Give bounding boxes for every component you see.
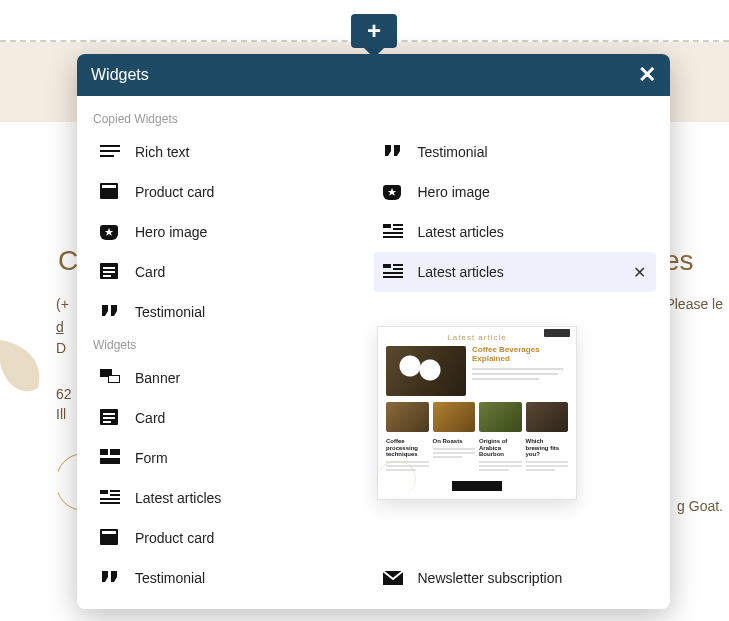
copied-item-card[interactable]: Card — [91, 252, 374, 292]
widget-item-label: Product card — [135, 530, 214, 546]
widget-item-card[interactable]: Card — [91, 398, 374, 438]
form-icon — [99, 449, 121, 467]
preview-card: Origins of Arabica Bourbon — [479, 438, 522, 473]
preview-card: On Roasts — [433, 438, 476, 473]
copied-item-product-card[interactable]: Product card — [91, 172, 374, 212]
copied-item-latest-articles[interactable]: Latest articles — [374, 212, 657, 252]
modal-header: Widgets ✕ — [77, 54, 670, 96]
widget-item-newsletter-subscription[interactable]: Newsletter subscription — [374, 558, 657, 598]
card-icon — [99, 263, 121, 281]
widget-item-product-card[interactable]: Product card — [91, 518, 374, 558]
preview-header: Latest article — [386, 333, 568, 342]
widget-item-label: Latest articles — [418, 224, 504, 240]
bg-heading-left: C — [58, 245, 78, 277]
copied-item-latest-articles[interactable]: Latest articles✕ — [374, 252, 657, 292]
widget-item-label: Latest articles — [135, 490, 221, 506]
widget-item-rich-text[interactable]: Rich text — [374, 598, 657, 609]
widget-item-label: Banner — [135, 370, 180, 386]
copied-item-testimonial[interactable]: Testimonial — [374, 132, 657, 172]
hero-icon — [382, 183, 404, 201]
widget-preview: Latest article Coffee Beverages Explaine… — [377, 326, 577, 500]
productcard-icon — [99, 183, 121, 201]
widget-item-label: Product card — [135, 184, 214, 200]
bg-addr2: Ill — [56, 406, 66, 422]
widget-item-banner[interactable]: Banner — [91, 358, 374, 398]
plus-icon: + — [367, 17, 381, 45]
widget-item-label: Latest articles — [418, 264, 504, 280]
widget-item-form[interactable]: Form — [91, 438, 374, 478]
preview-thumb — [433, 402, 476, 432]
add-widget-button[interactable]: + — [351, 14, 397, 48]
section-copied-label: Copied Widgets — [93, 112, 656, 126]
card-icon — [99, 409, 121, 427]
bg-right2: g Goat. — [677, 498, 723, 514]
bg-right1: Please le — [665, 296, 723, 312]
bg-addr1: 62 — [56, 386, 72, 402]
widget-item-label: Newsletter subscription — [418, 570, 563, 586]
bg-leaf-shape — [0, 340, 48, 400]
widget-item-label: Card — [135, 264, 165, 280]
widget-item-label: Testimonial — [135, 304, 205, 320]
widget-item-label: Hero image — [418, 184, 490, 200]
richtext-icon — [99, 143, 121, 161]
bg-link-left: d — [56, 319, 64, 335]
banner-icon — [99, 369, 121, 387]
articles-icon — [382, 263, 404, 281]
close-icon[interactable]: ✕ — [638, 64, 656, 86]
widget-item-label: Hero image — [135, 224, 207, 240]
widget-item-label: Card — [135, 410, 165, 426]
copied-widgets-grid: Rich textProduct cardHero imageCardTesti… — [91, 132, 656, 332]
productcard-icon — [99, 529, 121, 547]
widget-item-label: Testimonial — [418, 144, 488, 160]
remove-icon[interactable]: ✕ — [633, 263, 646, 282]
widget-item-latest-articles[interactable]: Latest articles — [91, 478, 374, 518]
preview-thumb — [526, 402, 569, 432]
preview-article-title: Coffee Beverages Explained — [472, 346, 568, 364]
articles-icon — [99, 489, 121, 507]
copied-item-testimonial[interactable]: Testimonial — [91, 292, 374, 332]
preview-thumb — [386, 402, 429, 432]
preview-button — [452, 481, 502, 491]
preview-card: Which brewing fits you? — [526, 438, 569, 473]
quote-icon — [99, 303, 121, 321]
copied-item-rich-text[interactable]: Rich text — [91, 132, 374, 172]
quote-icon — [99, 569, 121, 587]
modal-title: Widgets — [91, 66, 149, 84]
copied-item-hero-image[interactable]: Hero image — [374, 172, 657, 212]
hero-icon — [99, 223, 121, 241]
preview-hero-image — [386, 346, 466, 396]
quote-icon — [382, 143, 404, 161]
articles-icon — [382, 223, 404, 241]
widget-item-label: Testimonial — [135, 570, 205, 586]
copied-item-hero-image[interactable]: Hero image — [91, 212, 374, 252]
widget-item-label: Rich text — [135, 144, 189, 160]
bg-text-d2: D — [56, 340, 66, 356]
bg-phone: (+ — [56, 296, 69, 312]
widget-item-label: Form — [135, 450, 168, 466]
preview-thumb — [479, 402, 522, 432]
mail-icon — [382, 569, 404, 587]
widget-item-testimonial[interactable]: Testimonial — [91, 558, 374, 598]
widgets-modal: Widgets ✕ Copied Widgets Rich textProduc… — [77, 54, 670, 609]
